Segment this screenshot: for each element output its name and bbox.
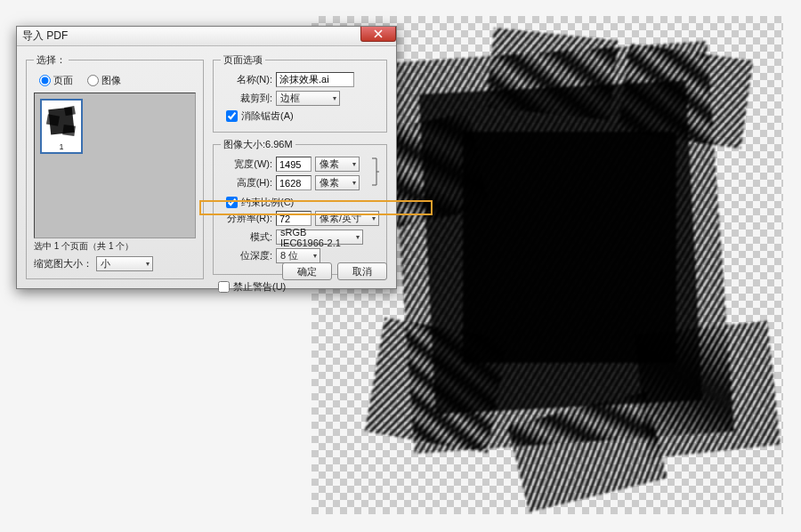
thumb-caption: 1: [59, 142, 63, 151]
svg-rect-9: [463, 132, 676, 363]
radio-page-input[interactable]: [39, 75, 51, 86]
name-label: 名称(N):: [221, 73, 276, 86]
svg-rect-13: [62, 125, 76, 136]
select-radios: 页面 图像: [34, 72, 196, 93]
select-legend: 选择：: [34, 53, 69, 67]
cancel-button[interactable]: 取消: [337, 262, 387, 280]
height-input[interactable]: [276, 175, 312, 190]
radio-image[interactable]: 图像: [87, 74, 121, 87]
page-thumbnail[interactable]: 1: [40, 99, 83, 154]
crop-label: 裁剪到:: [221, 92, 276, 105]
close-button[interactable]: [360, 27, 396, 42]
radio-image-input[interactable]: [87, 75, 99, 86]
dialog-buttons: 确定 取消: [282, 262, 387, 280]
pageopt-legend: 页面选项: [221, 53, 265, 67]
constrain-label: 约束比例(C): [241, 196, 294, 209]
radio-page[interactable]: 页面: [39, 74, 73, 87]
import-pdf-dialog: 导入 PDF 选择： 页面 图像: [16, 26, 397, 289]
thumbsize-label: 缩览图大小：: [34, 257, 93, 270]
antialias-checkbox[interactable]: [226, 110, 238, 122]
svg-rect-11: [46, 114, 60, 126]
suppress-warn-checkbox[interactable]: [218, 281, 230, 293]
width-label: 宽度(W):: [221, 157, 276, 171]
antialias-label: 消除锯齿(A): [241, 109, 294, 123]
bitdepth-select[interactable]: 8 位: [276, 248, 320, 263]
width-unit-select[interactable]: 像素: [315, 157, 360, 172]
ok-button[interactable]: 确定: [282, 262, 332, 280]
constrain-checkbox[interactable]: [226, 197, 238, 208]
thumbnail-area[interactable]: 1: [34, 93, 196, 238]
name-input[interactable]: [276, 72, 354, 87]
height-unit-select[interactable]: 像素: [315, 175, 360, 190]
resolution-input[interactable]: [276, 211, 312, 226]
selection-count: 选中 1 个页面（共 1 个）: [34, 240, 196, 253]
crop-select[interactable]: 边框: [276, 91, 340, 106]
svg-rect-8: [486, 28, 619, 120]
imgsize-legend: 图像大小:6.96M: [221, 138, 295, 151]
mode-select[interactable]: sRGB IEC61966-2.1: [276, 230, 363, 245]
mode-label: 模式:: [221, 230, 276, 244]
svg-rect-12: [64, 106, 76, 116]
link-icon: [370, 157, 379, 194]
thumbsize-select[interactable]: 小: [96, 256, 153, 271]
res-label: 分辨率(R):: [221, 212, 276, 225]
close-icon: [374, 29, 383, 38]
select-panel: 选择： 页面 图像: [26, 53, 204, 279]
thumbsize-row: 缩览图大小： 小: [34, 256, 196, 271]
width-input[interactable]: [276, 157, 312, 172]
dialog-titlebar[interactable]: 导入 PDF: [17, 27, 396, 46]
thumb-icon: [44, 103, 78, 141]
suppress-warn-label: 禁止警告(U): [233, 280, 286, 294]
options-panel: 页面选项 名称(N): 裁剪到: 边框 消除锯齿(A) 图像大小:6.96M: [213, 53, 387, 279]
bitdepth-label: 位深度:: [221, 249, 276, 262]
res-unit-select[interactable]: 像素/英寸: [315, 211, 379, 226]
dialog-title: 导入 PDF: [22, 28, 68, 44]
height-label: 高度(H):: [221, 176, 276, 189]
